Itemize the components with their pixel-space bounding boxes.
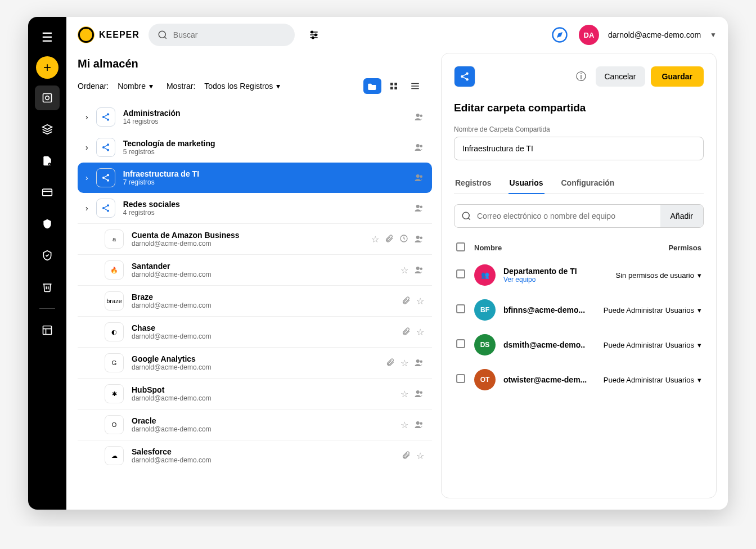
record-app-icon: ✱ [105, 384, 124, 403]
user-checkbox[interactable] [456, 374, 465, 383]
people-icon[interactable] [414, 389, 424, 399]
record-row[interactable]: aCuenta de Amazon Businessdarnold@acme-d… [78, 223, 432, 254]
search-box[interactable] [148, 24, 295, 46]
tab-records[interactable]: Registros [454, 173, 493, 194]
user-checkbox[interactable] [456, 339, 465, 348]
svg-point-33 [107, 143, 109, 146]
menu-icon[interactable]: ☰ [37, 26, 57, 50]
people-icon[interactable] [414, 358, 424, 368]
tab-users[interactable]: Usuarios [508, 173, 544, 194]
people-icon[interactable] [414, 173, 424, 183]
star-icon[interactable]: ☆ [416, 296, 424, 307]
record-row[interactable]: ✱HubSpotdarnold@acme-demo.com☆ [78, 378, 432, 409]
nav-file[interactable] [35, 148, 60, 173]
permission-select[interactable]: Puede Administrar Usuarios ▾ [604, 306, 701, 314]
view-grid-button[interactable] [385, 78, 403, 94]
svg-rect-6 [43, 326, 52, 335]
attachment-icon[interactable] [402, 327, 411, 338]
nav-shield-check[interactable] [35, 243, 60, 268]
svg-line-50 [104, 206, 107, 208]
nav-vault[interactable] [35, 86, 60, 110]
svg-point-49 [107, 210, 109, 212]
svg-point-34 [102, 146, 105, 148]
record-name: Chase [132, 323, 394, 332]
user-menu-caret[interactable]: ▼ [710, 31, 717, 39]
attachment-icon[interactable] [402, 451, 411, 461]
nav-shield[interactable] [35, 212, 60, 236]
svg-point-52 [416, 205, 420, 208]
permission-select[interactable]: Puede Administrar Usuarios ▾ [604, 376, 701, 384]
record-row[interactable]: OOracledarnold@acme-demo.com☆ [78, 409, 432, 440]
folder-row[interactable]: ›Administración14 registros [78, 102, 432, 132]
add-button[interactable]: + [36, 56, 58, 79]
nav-layout[interactable] [35, 318, 60, 343]
tab-config[interactable]: Configuración [560, 173, 616, 194]
star-icon[interactable]: ☆ [400, 420, 408, 430]
folder-name: Tecnología de marketing [123, 139, 406, 148]
attachment-icon[interactable] [386, 358, 395, 368]
user-checkbox[interactable] [456, 269, 465, 278]
folder-row[interactable]: ›Redes sociales4 registros [78, 193, 432, 223]
add-user-input[interactable] [477, 205, 654, 227]
view-list-button[interactable] [406, 78, 424, 94]
view-folder-button[interactable] [363, 78, 381, 94]
user-checkbox[interactable] [456, 304, 465, 313]
history-icon[interactable] [399, 234, 408, 245]
record-row[interactable]: ☁Salesforcedarnold@acme-demo.com☆ [78, 440, 432, 471]
search-input[interactable] [173, 30, 286, 39]
topbar: KEEPER DA darnold@acme-demo.com ▼ [66, 17, 728, 53]
people-icon[interactable] [414, 234, 424, 245]
svg-point-47 [107, 204, 109, 206]
record-row[interactable]: 🔥Santanderdarnold@acme-demo.com☆ [78, 254, 432, 285]
people-icon[interactable] [414, 203, 424, 213]
permission-select[interactable]: Puede Administrar Usuarios ▾ [604, 341, 701, 349]
svg-line-36 [104, 145, 107, 147]
attachment-icon[interactable] [385, 234, 394, 245]
chevron-right-icon[interactable]: › [86, 143, 88, 152]
shared-folder-icon [96, 138, 115, 157]
folder-row[interactable]: ›Infraestructura de TI7 registros [78, 163, 432, 193]
people-icon[interactable] [414, 420, 424, 430]
sort-control[interactable]: Ordenar: Nombre ▾ [78, 82, 153, 91]
info-icon[interactable]: ⓘ [572, 68, 590, 86]
add-user-button[interactable]: Añadir [660, 205, 703, 227]
star-icon[interactable]: ☆ [400, 358, 408, 368]
star-icon[interactable]: ☆ [416, 451, 424, 461]
save-button[interactable]: Guardar [651, 66, 704, 87]
attachment-icon[interactable] [402, 296, 411, 307]
select-all-checkbox[interactable] [456, 242, 465, 251]
nav-card[interactable] [35, 180, 60, 205]
permission-select[interactable]: Sin permisos de usuario ▾ [616, 271, 701, 280]
user-name: otwister@acme-dem... [503, 375, 588, 384]
rail-divider [39, 308, 55, 309]
shared-folder-icon [96, 199, 115, 218]
nav-trash[interactable] [35, 274, 60, 299]
view-team-link[interactable]: Ver equipo [503, 276, 616, 284]
record-row[interactable]: brazeBrazedarnold@acme-demo.com☆ [78, 285, 432, 316]
star-icon[interactable]: ☆ [400, 389, 408, 399]
cancel-button[interactable]: Cancelar [596, 66, 645, 87]
folder-name: Redes sociales [123, 200, 406, 209]
folder-name-input[interactable] [454, 137, 704, 160]
tune-icon[interactable] [304, 25, 324, 45]
chevron-right-icon[interactable]: › [86, 112, 88, 122]
search-icon [461, 211, 471, 221]
compass-icon[interactable] [550, 25, 570, 45]
chevron-right-icon[interactable]: › [86, 204, 88, 213]
star-icon[interactable]: ☆ [416, 327, 424, 338]
people-icon[interactable] [414, 265, 424, 276]
user-avatar[interactable]: DA [579, 25, 599, 45]
user-avatar: OT [474, 369, 496, 390]
star-icon[interactable]: ☆ [400, 265, 408, 276]
star-icon[interactable]: ☆ [371, 234, 379, 245]
people-icon[interactable] [414, 112, 424, 122]
people-icon[interactable] [414, 142, 424, 152]
record-row[interactable]: ◐Chasedarnold@acme-demo.com☆ [78, 316, 432, 347]
chevron-right-icon[interactable]: › [86, 173, 88, 182]
folder-row[interactable]: ›Tecnología de marketing5 registros [78, 132, 432, 163]
show-control[interactable]: Mostrar: Todos los Registros ▾ [166, 82, 280, 91]
svg-point-16 [312, 37, 313, 38]
record-row[interactable]: GGoogle Analyticsdarnold@acme-demo.com☆ [78, 347, 432, 378]
nav-stack[interactable] [35, 117, 60, 142]
brand-name: KEEPER [99, 30, 140, 40]
